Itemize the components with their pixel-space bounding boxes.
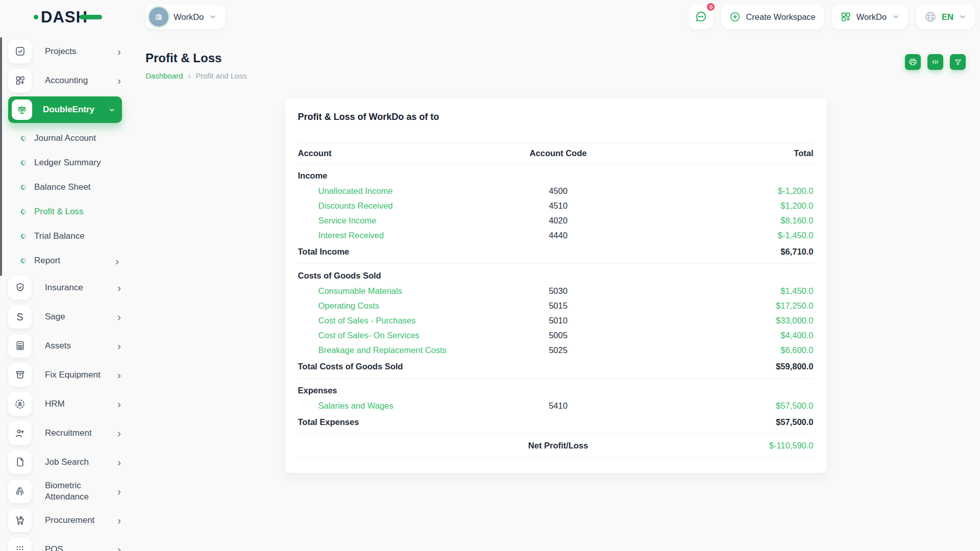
account-code: 5030 <box>483 284 633 298</box>
bullet-icon <box>20 233 27 239</box>
sidebar-subitem-label: Profit & Loss <box>34 207 119 217</box>
logo[interactable]: DASH <box>34 9 131 25</box>
total-value: $57,500.0 <box>633 413 814 434</box>
sidebar-item-pos[interactable]: POS› <box>0 535 130 551</box>
user-plus-icon <box>8 421 32 445</box>
main-content: Profit & Loss Dashboard › Profit and Los… <box>130 31 980 551</box>
sidebar-item-doubleentry[interactable]: DoubleEntry› <box>8 96 122 123</box>
chevron-down-icon <box>209 13 217 21</box>
account-code: 4440 <box>483 228 633 243</box>
sidebar-item-procurement[interactable]: Procurement› <box>0 506 130 535</box>
chevron-right-icon: › <box>117 486 121 496</box>
sidebar-item-label: Accounting <box>45 75 117 86</box>
account-link[interactable]: Unallocated Income <box>318 186 393 195</box>
account-link[interactable]: Salaries and Wages <box>318 401 394 410</box>
account-code: 5005 <box>483 328 633 343</box>
bullet-icon <box>20 184 27 190</box>
sidebar-item-report[interactable]: Report› <box>0 248 130 273</box>
cart-icon <box>8 509 32 532</box>
account-total: $6,600.0 <box>633 343 814 358</box>
logo-dot-icon <box>34 15 38 19</box>
account-code: 5010 <box>483 313 633 328</box>
sidebar-item-profit-loss[interactable]: Profit & Loss <box>0 199 130 224</box>
account-total: $17,250.0 <box>633 298 814 313</box>
breadcrumb-dashboard-link[interactable]: Dashboard <box>145 71 183 80</box>
document-icon <box>8 450 32 474</box>
workspace-name: WorkDo <box>174 12 204 22</box>
sidebar-item-label: Job Search <box>45 457 117 467</box>
sidebar-item-label: Procurement <box>45 515 117 525</box>
globe-icon <box>924 11 937 23</box>
sidebar-item-recruitment[interactable]: Recruitment› <box>0 418 130 447</box>
account-link[interactable]: Cost of Sales- On Services <box>318 331 420 340</box>
breadcrumb-separator-icon: › <box>188 71 190 80</box>
chevron-right-icon: › <box>117 544 121 551</box>
sidebar-item-label: Assets <box>45 340 117 351</box>
print-button[interactable] <box>905 54 921 70</box>
account-total: $1,200.0 <box>633 198 814 213</box>
sidebar-item-journal-account[interactable]: Journal Account <box>0 126 130 151</box>
sidebar-item-assets[interactable]: Assets› <box>0 331 130 360</box>
messages-button[interactable]: 0 <box>689 5 713 29</box>
language-dropdown[interactable]: EN <box>916 5 975 29</box>
account-link[interactable]: Operating Costs <box>318 301 379 310</box>
section-header-row: Expenses <box>298 379 814 399</box>
filter-button[interactable] <box>950 54 966 70</box>
report-toolbar <box>905 54 966 70</box>
account-row: Unallocated Income4500$-1,200.0 <box>298 184 814 198</box>
account-code: 5015 <box>483 298 633 313</box>
chevron-down-icon: › <box>108 108 118 112</box>
account-row: Service Income4020$8,160.0 <box>298 213 814 228</box>
chevron-down-icon <box>892 13 900 21</box>
sidebar-item-label: Sage <box>45 311 117 322</box>
sidebar-item-fix-equipment[interactable]: Fix Equipment› <box>0 360 130 389</box>
workspace-selector[interactable]: WorkDo <box>146 5 225 29</box>
bullet-icon <box>20 257 27 264</box>
account-code: 4500 <box>483 184 633 198</box>
printer-icon <box>909 58 917 66</box>
sidebar-item-job-search[interactable]: Job Search› <box>0 447 130 477</box>
sidebar-item-hrm[interactable]: HRM› <box>0 389 130 418</box>
page-title: Profit & Loss <box>145 51 966 65</box>
sidebar-subitem-label: Report <box>34 256 115 266</box>
topbar: DASH WorkDo 0 Create Workspace <box>0 0 980 31</box>
sidebar: Projects›Accounting›DoubleEntry›Journal … <box>0 31 130 551</box>
sidebar-item-accounting[interactable]: Accounting› <box>0 66 130 95</box>
account-row: Cost of Sales- On Services5005$4,400.0 <box>298 328 814 343</box>
sidebar-item-projects[interactable]: Projects› <box>0 37 130 66</box>
sage-letter-icon: S <box>8 305 32 329</box>
sidebar-subitem-label: Trial Balance <box>34 231 119 241</box>
sidebar-item-balance-sheet[interactable]: Balance Sheet <box>0 175 130 199</box>
sidebar-item-sage[interactable]: SSage› <box>0 302 130 331</box>
sidebar-item-label: DoubleEntry <box>43 104 111 115</box>
account-link[interactable]: Interest Received <box>318 231 384 240</box>
sidebar-item-insurance[interactable]: Insurance› <box>0 273 130 302</box>
account-link[interactable]: Discounts Received <box>318 201 393 210</box>
checkbox-icon <box>8 40 32 63</box>
sidebar-item-label: Recruitment <box>45 428 117 438</box>
net-profit-label: Net Profit/Loss <box>483 434 633 458</box>
account-link[interactable]: Consumable Materials <box>318 286 402 295</box>
sidebar-item-biometric-attendance[interactable]: Biometric Attendance› <box>0 477 130 506</box>
account-code: 4510 <box>483 198 633 213</box>
account-link[interactable]: Breakage and Replacement Costs <box>318 345 447 355</box>
sidebar-item-trial-balance[interactable]: Trial Balance <box>0 224 130 248</box>
export-button[interactable] <box>927 54 943 70</box>
sidebar-item-ledger-summary[interactable]: Ledger Summary <box>0 151 130 175</box>
equipment-box-icon <box>8 363 32 387</box>
chevron-right-icon: › <box>117 428 121 438</box>
scales-icon <box>12 99 32 120</box>
sidebar-item-label: Fix Equipment <box>45 369 117 380</box>
account-row: Consumable Materials5030$1,450.0 <box>298 284 814 298</box>
app-switcher-dropdown[interactable]: WorkDo <box>832 5 908 29</box>
account-total: $-1,200.0 <box>633 184 814 198</box>
bullet-icon <box>20 208 27 215</box>
chevron-down-icon <box>959 13 967 21</box>
account-total: $-1,450.0 <box>633 228 814 243</box>
account-link[interactable]: Cost of Sales - Purchases <box>318 316 416 325</box>
account-link[interactable]: Service Income <box>318 216 377 225</box>
shield-icon <box>8 276 32 299</box>
chevron-right-icon: › <box>115 256 119 266</box>
create-workspace-button[interactable]: Create Workspace <box>721 5 823 29</box>
sidebar-scrollbar[interactable] <box>0 37 2 276</box>
